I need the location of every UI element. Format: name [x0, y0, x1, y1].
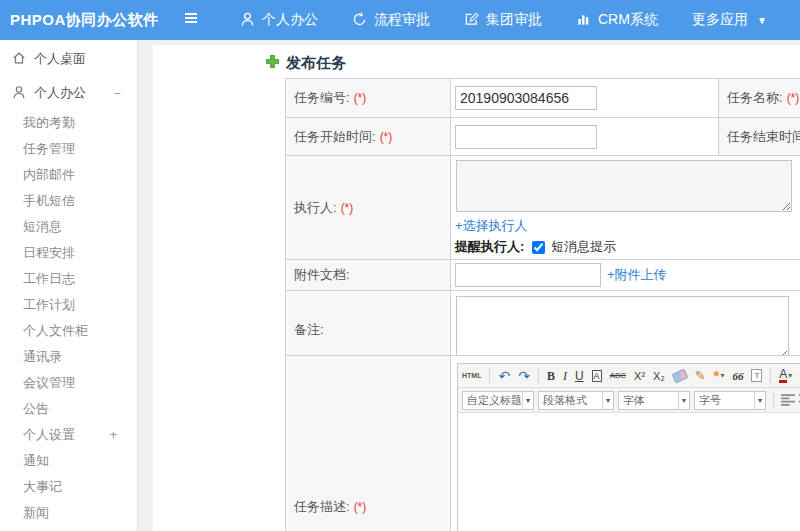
- sidebar-item-personal-files[interactable]: 个人文件柜: [0, 318, 137, 344]
- remark-label: 备注:: [294, 322, 324, 337]
- choose-executor-link[interactable]: +选择执行人: [455, 218, 528, 233]
- nav-label: 流程审批: [374, 11, 430, 29]
- required-mark: (*): [354, 500, 367, 514]
- start-time-label: 任务开始时间:: [294, 129, 376, 144]
- blockquote-icon[interactable]: 66: [732, 369, 743, 383]
- strikethrough-icon[interactable]: ABC: [610, 369, 626, 383]
- attachment-upload-link[interactable]: +附件上传: [607, 266, 667, 284]
- nav-more-apps[interactable]: 更多应用 ▼: [692, 11, 767, 29]
- table-row: 任务描述:(*) HTML ↶ ↷ B I U A ABC X²: [286, 356, 800, 531]
- nav-label: 个人办公: [262, 11, 318, 29]
- executor-textarea[interactable]: [456, 160, 792, 212]
- task-no-input[interactable]: [455, 86, 597, 110]
- italic-icon[interactable]: I: [563, 369, 567, 383]
- sidebar-item-task-management[interactable]: 任务管理: [0, 136, 137, 162]
- font-family-select[interactable]: 字体 ▾: [618, 391, 690, 410]
- app-logo: PHPOA协同办公软件: [0, 11, 182, 30]
- sidebar-item-announcement[interactable]: 公告: [0, 396, 137, 422]
- sidebar-item-work-plan[interactable]: 工作计划: [0, 292, 137, 318]
- task-form-table: 任务编号:(*) 任务名称:(*) 任务开始时间:(*) 任务结束时间:(*): [285, 78, 800, 369]
- hamburger-icon: [182, 10, 200, 30]
- required-mark: (*): [380, 130, 393, 144]
- sidebar-item-schedule[interactable]: 日程安排: [0, 240, 137, 266]
- nav-personal-office[interactable]: 个人办公: [240, 11, 318, 30]
- page-header: 发布任务: [265, 54, 346, 73]
- table-row: 附件文档: +附件上传: [286, 260, 800, 291]
- toolbar-divider: [770, 368, 771, 383]
- attachment-input[interactable]: [455, 263, 601, 287]
- editor-content-area[interactable]: [458, 413, 800, 531]
- start-time-input[interactable]: [455, 125, 597, 149]
- font-border-icon[interactable]: A: [592, 370, 602, 382]
- content-panel: 发布任务 任务编号:(*) 任务名称:(*) 任务开始时间:(*) 任务: [153, 45, 800, 531]
- sidebar-item-meeting-management[interactable]: 会议管理: [0, 370, 137, 396]
- sidebar-item-notice[interactable]: 通知: [0, 448, 137, 474]
- task-no-label: 任务编号:: [294, 90, 350, 105]
- attachment-label: 附件文档:: [294, 267, 350, 282]
- bold-icon[interactable]: B: [547, 369, 555, 383]
- autotypeset-button[interactable]: * ▾: [714, 369, 725, 383]
- sidebar-item-internal-mail[interactable]: 内部邮件: [0, 162, 137, 188]
- required-mark: (*): [341, 201, 354, 215]
- task-name-label: 任务名称:: [727, 90, 783, 105]
- caret-down-icon: ▾: [720, 369, 724, 383]
- required-mark: (*): [354, 91, 367, 105]
- sidebar-item-desktop[interactable]: 个人桌面: [0, 42, 137, 76]
- remark-textarea[interactable]: [456, 296, 789, 360]
- table-row: 执行人:(*) +选择执行人 提醒执行人: 短消息提示: [286, 156, 800, 260]
- menu-toggle-button[interactable]: [182, 10, 206, 30]
- font-size-select[interactable]: 字号 ▾: [694, 391, 766, 410]
- underline-icon[interactable]: U: [575, 369, 584, 383]
- editor-toolbar-row1: HTML ↶ ↷ B I U A ABC X² X₂ ✎: [458, 364, 800, 388]
- sidebar: 个人桌面 个人办公 − 我的考勤 任务管理 内部邮件 手机短信 短消息 日程安排…: [0, 40, 138, 531]
- end-time-label: 任务结束时间:: [727, 129, 800, 144]
- toolbar-divider: [773, 393, 774, 408]
- html-source-button[interactable]: HTML: [462, 369, 481, 383]
- page-title: 发布任务: [286, 54, 346, 73]
- sms-remind-checkbox[interactable]: [532, 241, 545, 254]
- table-row: 任务编号:(*) 任务名称:(*): [286, 79, 800, 118]
- autotypeset-icon: *: [714, 369, 720, 383]
- executor-label: 执行人:: [294, 200, 337, 215]
- sidebar-item-mobile-sms[interactable]: 手机短信: [0, 188, 137, 214]
- collapse-icon[interactable]: −: [113, 86, 121, 101]
- description-label: 任务描述:: [294, 499, 350, 514]
- redo-icon[interactable]: ↷: [518, 369, 530, 383]
- required-mark: (*): [787, 91, 800, 105]
- nav-workflow-approval[interactable]: 流程审批: [352, 11, 430, 30]
- edit-square-icon: [464, 11, 479, 30]
- rich-text-editor: HTML ↶ ↷ B I U A ABC X² X₂ ✎: [457, 363, 800, 531]
- nav-label: 更多应用: [692, 11, 748, 29]
- format-brush-icon[interactable]: ✎: [695, 369, 706, 383]
- sidebar-group-personal-office[interactable]: 个人办公 −: [0, 76, 137, 110]
- sidebar-item-vote[interactable]: 投票调查: [0, 526, 137, 531]
- nav-group-approval[interactable]: 集团审批: [464, 11, 542, 30]
- sidebar-item-news[interactable]: 新闻: [0, 500, 137, 526]
- user-icon: [12, 85, 26, 102]
- eraser-icon[interactable]: [671, 368, 688, 383]
- sidebar-item-label: 个人桌面: [34, 50, 86, 68]
- sidebar-group-personal-settings[interactable]: 个人设置 +: [0, 422, 137, 448]
- remind-executor-label: 提醒执行人:: [455, 238, 524, 256]
- paragraph-format-select[interactable]: 段落格式 ▾: [538, 391, 614, 410]
- caret-down-icon: ▾: [788, 369, 792, 383]
- editor-toolbar-row2: 自定义标题 ▾ 段落格式 ▾ 字体 ▾ 字号 ▾: [458, 388, 800, 413]
- heading-select[interactable]: 自定义标题 ▾: [462, 391, 534, 410]
- sidebar-item-my-attendance[interactable]: 我的考勤: [0, 110, 137, 136]
- expand-icon[interactable]: +: [109, 422, 117, 448]
- undo-icon[interactable]: ↶: [498, 369, 510, 383]
- superscript-icon[interactable]: X²: [634, 369, 645, 383]
- align-left-icon[interactable]: [781, 394, 795, 406]
- font-color-button[interactable]: A ▾: [779, 369, 792, 383]
- sidebar-item-short-message[interactable]: 短消息: [0, 214, 137, 240]
- top-nav: 个人办公 流程审批 集团审批 CRM系统 更多应用 ▼: [240, 11, 767, 30]
- toolbar-divider: [489, 368, 490, 383]
- sidebar-item-events[interactable]: 大事记: [0, 474, 137, 500]
- caret-down-icon: ▼: [757, 15, 767, 26]
- table-row: 任务开始时间:(*) 任务结束时间:(*): [286, 118, 800, 156]
- sidebar-item-contacts[interactable]: 通讯录: [0, 344, 137, 370]
- nav-crm[interactable]: CRM系统: [576, 11, 658, 30]
- sidebar-item-work-log[interactable]: 工作日志: [0, 266, 137, 292]
- paste-plain-icon[interactable]: T: [751, 369, 762, 382]
- subscript-icon[interactable]: X₂: [653, 369, 665, 383]
